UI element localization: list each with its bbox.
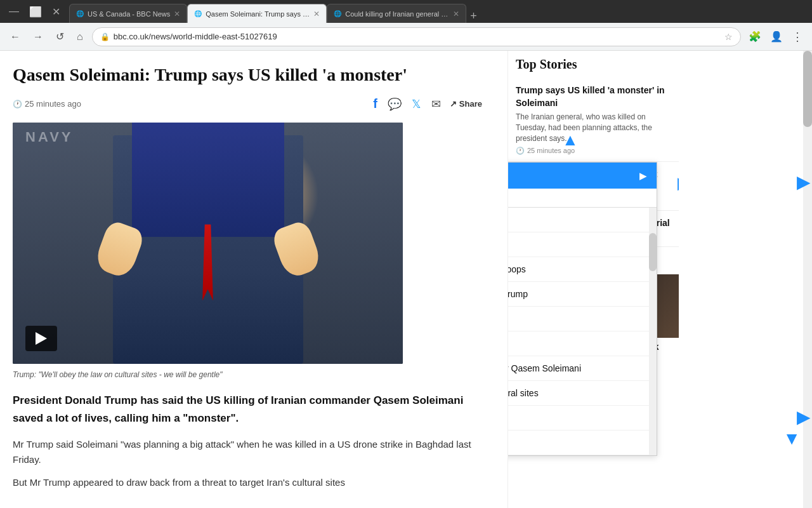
kp-text-7: issue of Iran's cultural sites (508, 388, 539, 398)
browser-menu-button[interactable]: ⋮ (789, 27, 806, 46)
key-phrases-header: Key Phrases ▶ (508, 163, 657, 189)
tab-close-2[interactable]: ✕ (313, 10, 320, 18)
key-phrases-tabs: Count A-Z Z-A (508, 189, 657, 208)
article-timestamp: 🕐 25 minutes ago (13, 99, 81, 109)
messenger-share-button[interactable]: 💬 (386, 96, 403, 112)
browser-toolbar: 🧩 👤 ⋮ (746, 27, 806, 46)
clock-icon: 🕐 (13, 100, 22, 109)
clock-icon-1: 🕐 (516, 147, 525, 155)
play-icon (36, 332, 47, 345)
page-content: Qasem Soleimani: Trump says US killed 'a… (0, 51, 812, 508)
close-button[interactable]: ✕ (48, 4, 64, 19)
back-button[interactable]: ← (6, 29, 24, 45)
lock-icon: 🔒 (100, 32, 110, 41)
share-icon: ↗ (450, 99, 457, 109)
article-body-paragraph-2: But Mr Trump appeared to draw back from … (13, 475, 482, 490)
address-field[interactable]: 🔒 bbc.co.uk/news/world-middle-east-51027… (92, 27, 741, 46)
extensions-button[interactable]: 🧩 (746, 28, 764, 45)
refresh-button[interactable]: ↺ (52, 28, 68, 45)
video-thumbnail: NAVY (13, 123, 403, 364)
key-phrases-scrollbar-thumb[interactable] (649, 233, 657, 271)
profile-button[interactable]: 👤 (768, 28, 785, 45)
kp-text-3: President Donald Trump (508, 289, 528, 299)
kp-item-5[interactable]: 1 US-Iranian ties (508, 331, 657, 356)
home-button[interactable]: ⌂ (73, 29, 87, 45)
tab-favicon-3: 🌐 (334, 10, 341, 17)
minimize-button[interactable]: — (5, 4, 23, 18)
tab-favicon-1: 🌐 (76, 10, 84, 17)
key-phrases-list: 2 President Trump 1 US military 1 US wit… (508, 208, 657, 455)
kp-item-7[interactable]: 1 issue of Iran's cultural sites (508, 381, 657, 406)
story-time-1: 🕐 25 minutes ago (516, 147, 671, 155)
article-body-paragraph-1: Mr Trump said Soleimani "was planning a … (13, 437, 482, 467)
kp-text-2: US withdrawal of troops (508, 264, 526, 274)
kp-item-8[interactable]: 1 Soleimani's burial (508, 406, 657, 431)
kp-item-9[interactable]: 1 issue of Iraq (508, 431, 657, 455)
timestamp-text: 25 minutes ago (25, 99, 81, 109)
story-headline-1: Trump says US killed 'a monster' in Sole… (516, 84, 671, 109)
story-item-1[interactable]: Trump says US killed 'a monster' in Sole… (508, 78, 679, 162)
story-snippet-1: The Iranian general, who was killed on T… (516, 112, 671, 144)
article-title: Qasem Soleimani: Trump says US killed 'a… (13, 64, 482, 86)
key-phrases-scrollbar[interactable] (649, 208, 657, 455)
article-meta: 🕐 25 minutes ago f 💬 𝕏 ✉ ↗ Share (13, 95, 482, 112)
twitter-share-button[interactable]: 𝕏 (410, 96, 422, 112)
page-scrollbar[interactable] (803, 51, 812, 508)
forward-button[interactable]: → (29, 29, 47, 45)
article-lead-paragraph: President Donald Trump has said the US k… (13, 392, 482, 426)
tab-close-1[interactable]: ✕ (174, 10, 180, 18)
tab-title-1: US & Canada - BBC News (88, 10, 170, 18)
tab-title-2: Qasem Soleimani: Trump says US... (206, 10, 310, 18)
main-article: Qasem Soleimani: Trump says US killed 'a… (0, 51, 508, 508)
tab-us-canada[interactable]: 🌐 US & Canada - BBC News ✕ (69, 4, 187, 23)
page-scrollbar-thumb[interactable] (803, 51, 812, 127)
kp-item-2[interactable]: 1 US withdrawal of troops (508, 257, 657, 282)
kp-item-1[interactable]: 1 US military (508, 232, 657, 257)
address-bar-row: ← → ↺ ⌂ 🔒 bbc.co.uk/news/world-middle-ea… (0, 23, 812, 51)
article-video: NAVY (13, 123, 403, 364)
key-phrases-close-icon[interactable]: ▶ (639, 171, 646, 181)
tab-soleimani[interactable]: 🌐 Qasem Soleimani: Trump says US... ✕ (187, 4, 327, 23)
tab-bar: 🌐 US & Canada - BBC News ✕ 🌐 Qasem Solei… (69, 0, 807, 23)
tab-favicon-2: 🌐 (194, 10, 202, 17)
window-controls: — ⬜ ✕ (5, 4, 64, 19)
kp-text-6: Iranian commander Qasem Soleimani (508, 363, 581, 373)
new-tab-button[interactable]: + (466, 10, 481, 23)
tab-killing[interactable]: 🌐 Could killing of Iranian general h... … (327, 4, 466, 23)
video-caption: Trump: "We'll obey the law on cultural s… (13, 370, 482, 379)
kp-tab-za[interactable]: Z-A (508, 189, 515, 207)
kp-item-6[interactable]: 1 Iranian commander Qasem Soleimani (508, 356, 657, 381)
social-share-bar: f 💬 𝕏 ✉ ↗ Share (372, 95, 482, 112)
story-time-text-1: 25 minutes ago (527, 147, 575, 154)
share-label: Share (459, 99, 482, 109)
top-stories-heading: Top Stories (508, 57, 679, 78)
sidebar: Top Stories Trump says US killed 'a mons… (508, 51, 679, 508)
kp-item-0[interactable]: 2 President Trump (508, 208, 657, 232)
bookmark-icon[interactable]: ☆ (724, 32, 733, 42)
browser-chrome: — ⬜ ✕ 🌐 US & Canada - BBC News ✕ 🌐 Qasem… (0, 0, 812, 23)
address-text: bbc.co.uk/news/world-middle-east-5102761… (114, 32, 721, 41)
facebook-share-button[interactable]: f (372, 95, 379, 112)
video-play-button[interactable] (25, 326, 57, 351)
maximize-button[interactable]: ⬜ (25, 4, 46, 19)
kp-item-4[interactable]: 2 US drone strike (508, 307, 657, 331)
key-phrases-panel: Key Phrases ▶ Count A-Z Z-A 2 President … (508, 162, 657, 456)
share-button[interactable]: ↗ Share (450, 99, 482, 109)
kp-item-3[interactable]: 1 President Donald Trump (508, 282, 657, 307)
email-share-button[interactable]: ✉ (430, 96, 442, 112)
tab-title-3: Could killing of Iranian general h... (345, 10, 449, 18)
tab-close-3[interactable]: ✕ (453, 10, 459, 18)
